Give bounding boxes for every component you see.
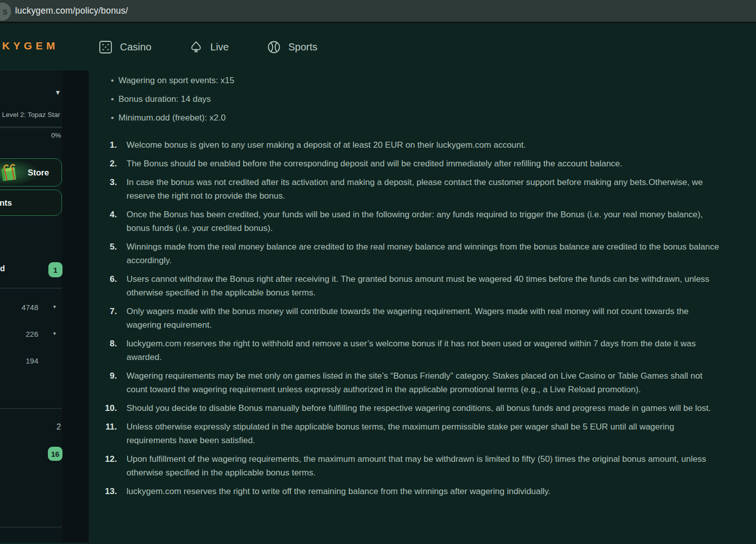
divider: [0, 527, 62, 527]
list-item-text: The Bonus should be enabled before the c…: [127, 157, 622, 170]
list-item-number: 6.: [89, 272, 117, 299]
level-label: Level 2: Topaz Star: [2, 111, 62, 118]
list-item: 12. Upon fulfillment of the wagering req…: [89, 452, 725, 479]
list-item-text: Should you decide to disable Bonus manua…: [127, 401, 711, 415]
list-item-text: In case the bonus was not credited after…: [127, 175, 725, 203]
count-badge: 1: [48, 262, 62, 277]
category-count: 4748: [22, 303, 38, 312]
divider: [0, 288, 62, 288]
list-item-number: 10.: [89, 401, 117, 415]
list-item-text: luckygem.com reserves the right to withh…: [127, 337, 725, 364]
list-item-number: 12.: [89, 452, 117, 479]
list-item: 10. Should you decide to disable Bonus m…: [89, 401, 725, 415]
chevron-down-icon[interactable]: ▾: [53, 330, 56, 337]
list-item-number: 11.: [89, 420, 117, 447]
list-item-text: Only wagers made with the bonus money wi…: [127, 305, 725, 332]
tennis-ball-icon: [267, 40, 281, 54]
site-header: LUCKYGEM Casino Live: [0, 23, 756, 71]
bonus-summary-list: Wagering on sport events: x15 Bonus dura…: [89, 74, 725, 125]
nav-label: Casino: [120, 41, 151, 53]
list-item: 13. luckygem.com reserves the right to w…: [89, 485, 725, 498]
nav-item-live[interactable]: Live: [190, 40, 229, 53]
store-button[interactable]: Store: [0, 158, 62, 187]
category-count: 2: [56, 422, 61, 432]
store-button-label: Store: [28, 168, 49, 177]
chevron-down-icon[interactable]: ▼: [54, 89, 61, 96]
level-progress-percent: 0%: [51, 132, 61, 139]
sidebar: ▼ Level 2: Topaz Star 0% Store nts d 1: [0, 71, 62, 542]
list-item: 7. Only wagers made with the bonus money…: [89, 305, 725, 332]
list-item: 5. Winnings made from the real money bal…: [89, 240, 725, 267]
level-progress-bar: [0, 127, 62, 128]
chevron-down-icon[interactable]: ▾: [53, 304, 56, 310]
list-item-number: 2.: [89, 157, 117, 170]
list-item-text: Upon fulfillment of the wagering require…: [127, 452, 725, 479]
tournaments-button[interactable]: nts: [0, 190, 62, 216]
shopping-bag-icon: [0, 162, 19, 186]
spade-icon: [190, 40, 203, 53]
site-favicon: s: [0, 3, 11, 21]
list-item: 1. Welcome bonus is given to any user ma…: [89, 138, 725, 152]
sidebar-gutter: [62, 71, 89, 542]
list-item-number: 4.: [89, 208, 117, 235]
bullet-item: Wagering on sport events: x15: [111, 74, 725, 87]
bonus-policy-content: Wagering on sport events: x15 Bonus dura…: [89, 71, 756, 542]
sidebar-item-label-cut[interactable]: d: [0, 264, 5, 273]
list-item: 4. Once the Bonus has been credited, you…: [89, 208, 725, 235]
list-item-number: 3.: [89, 175, 117, 203]
browser-url-bar: s luckygem.com/policy/bonus/: [0, 0, 756, 23]
list-item: 3. In case the bonus was not credited af…: [89, 175, 725, 203]
list-item-text: Once the Bonus has been credited, your f…: [127, 208, 725, 235]
list-item: 8. luckygem.com reserves the right to wi…: [89, 337, 725, 364]
list-item-text: Wagering requirements may be met only on…: [127, 369, 725, 396]
list-item-number: 5.: [89, 240, 117, 267]
nav-item-casino[interactable]: Casino: [99, 40, 151, 54]
list-item: 11. Unless otherwise expressly stipulate…: [89, 420, 725, 447]
list-item-number: 13.: [89, 485, 117, 498]
category-count: 194: [26, 356, 38, 365]
list-item: 9. Wagering requirements may be met only…: [89, 369, 725, 396]
bullet-item: Minimum.odd (freebet): x2.0: [111, 111, 725, 125]
bullet-item: Bonus duration: 14 days: [111, 93, 725, 106]
list-item-number: 8.: [89, 337, 117, 364]
list-item-text: Welcome bonus is given to any user makin…: [127, 138, 526, 152]
divider: [0, 408, 62, 409]
count-badge: 16: [48, 447, 62, 461]
nav-label: Live: [210, 41, 229, 53]
main-nav: Casino Live Sports: [99, 23, 318, 71]
list-item-text: Users cannot withdraw the Bonus right af…: [127, 272, 725, 299]
list-item: 6. Users cannot withdraw the Bonus right…: [89, 272, 725, 299]
list-item: 2. The Bonus should be enabled before th…: [89, 157, 725, 170]
list-item-text: luckygem.com reserves the right to write…: [127, 485, 550, 498]
list-item-number: 9.: [89, 369, 117, 396]
bonus-terms-list: 1. Welcome bonus is given to any user ma…: [89, 138, 725, 498]
nav-item-sports[interactable]: Sports: [267, 40, 318, 54]
category-count: 226: [26, 330, 38, 338]
site-logo[interactable]: LUCKYGEM: [0, 40, 58, 52]
tournaments-button-label: nts: [0, 198, 12, 208]
dice-icon: [99, 40, 112, 54]
url-field[interactable]: luckygem.com/policy/bonus/: [15, 0, 128, 22]
nav-label: Sports: [288, 41, 318, 53]
list-item-text: Unless otherwise expressly stipulated in…: [127, 420, 725, 447]
list-item-text: Winnings made from the real money balanc…: [127, 240, 725, 267]
list-item-number: 7.: [89, 305, 117, 332]
list-item-number: 1.: [89, 138, 117, 152]
